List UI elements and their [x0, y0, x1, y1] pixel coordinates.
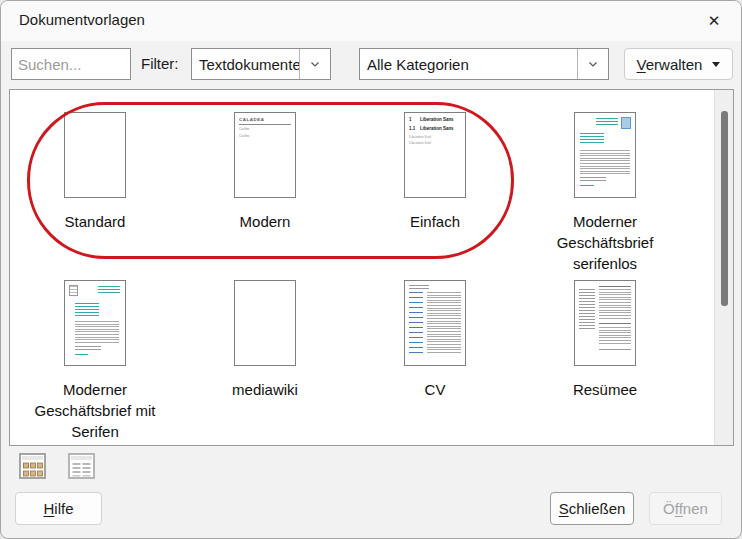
thumb-rule [239, 124, 291, 125]
template-thumbnail [64, 112, 126, 198]
template-name: mediawiki [180, 379, 350, 400]
category-value: Alle Kategorien [360, 56, 577, 73]
template-item-geschaeftsbrief-serifen[interactable]: Moderner Geschäftsbrief mit Serifen [10, 258, 180, 426]
resume-body-lines [599, 289, 631, 319]
letter-address-lines [580, 133, 604, 145]
resume-rule [599, 323, 631, 324]
template-thumbnail: CALADEA Carlito Carlito [234, 112, 296, 198]
template-item-einfach[interactable]: 1 Liberation Sans 1.1 Liberation Sans Li… [350, 90, 520, 258]
thumb-heading-number: 1.1 [409, 126, 415, 131]
document-type-dropdown[interactable]: Textdokumente [191, 48, 331, 80]
document-templates-dialog: Dokumentvorlagen ✕ Filter: Textdokumente… [0, 0, 742, 539]
thumb-heading-number: 1 [409, 117, 411, 122]
template-name: Einfach [350, 211, 520, 232]
toolbar: Filter: Textdokumente Alle Kategorien Ve… [1, 48, 741, 80]
help-button[interactable]: Hilfe [15, 492, 102, 525]
template-name: Resümee [520, 379, 690, 400]
letter-body-lines [580, 150, 630, 174]
template-thumbnail [404, 280, 466, 366]
template-list: Standard CALADEA Carlito Carlito Modern … [9, 89, 734, 446]
close-icon[interactable]: ✕ [697, 7, 731, 35]
letter-header-lines [596, 118, 618, 127]
resume-rule [599, 286, 631, 287]
close-button[interactable]: Schließen [550, 492, 634, 525]
template-item-modern[interactable]: CALADEA Carlito Carlito Modern [180, 90, 350, 258]
resume-rule [599, 349, 631, 350]
template-item-resuemee[interactable]: Resümee [520, 258, 690, 426]
template-thumbnail [64, 280, 126, 366]
template-name: Moderner Geschäftsbrief mit Serifen [10, 379, 180, 442]
letter-signature-line [580, 185, 594, 188]
list-view-icon[interactable] [66, 452, 96, 481]
close-glyph: ✕ [708, 12, 721, 30]
letter-address-lines [75, 303, 99, 316]
template-item-cv[interactable]: CV [350, 258, 520, 426]
template-thumbnail [234, 280, 296, 366]
resume-left-lines [579, 289, 595, 331]
template-name: CV [350, 379, 520, 400]
template-item-mediawiki[interactable]: mediawiki [180, 258, 350, 426]
chevron-down-icon [577, 49, 608, 79]
letter-closing-lines [580, 177, 606, 183]
thumb-heading: Liberation Sans [420, 117, 454, 122]
dropdown-arrow-icon [712, 62, 720, 67]
title-bar: Dokumentvorlagen ✕ [1, 1, 741, 41]
resume-body-lines [599, 327, 631, 345]
help-label: Hilfe [43, 500, 73, 517]
template-grid: Standard CALADEA Carlito Carlito Modern … [10, 90, 690, 426]
scrollbar[interactable] [714, 90, 733, 445]
cv-label-lines [409, 292, 423, 354]
open-button: Öffnen [649, 492, 722, 525]
open-label: Öffnen [663, 500, 708, 517]
template-thumbnail: 1 Liberation Sans 1.1 Liberation Sans Li… [404, 112, 466, 198]
manage-label: Verwalten [637, 56, 703, 73]
template-name: Standard [10, 211, 180, 232]
thumb-line: Carlito [239, 127, 249, 131]
category-dropdown[interactable]: Alle Kategorien [359, 48, 609, 80]
thumb-heading: Liberation Sans [420, 126, 454, 131]
close-label: Schließen [559, 500, 626, 517]
template-name: Modern [180, 211, 350, 232]
scrollbar-thumb[interactable] [721, 111, 728, 306]
letter-closing-lines [75, 346, 101, 352]
thumb-line: Liberation Serif [409, 141, 431, 145]
template-thumbnail [574, 280, 636, 366]
thumb-line: Liberation Serif [409, 135, 431, 139]
template-thumbnail [574, 112, 636, 198]
letter-body-lines [75, 321, 119, 343]
manage-button[interactable]: Verwalten [624, 48, 733, 80]
document-type-value: Textdokumente [192, 56, 299, 73]
cv-title-line [409, 285, 429, 289]
thumbnail-view-icon[interactable] [17, 452, 47, 481]
template-item-geschaeftsbrief-serifenlos[interactable]: Moderner Geschäftsbrief serifenlos [520, 90, 690, 258]
filter-label: Filter: [141, 55, 179, 72]
thumb-heading: CALADEA [239, 117, 268, 122]
letter-logo-icon [621, 117, 631, 129]
template-item-standard[interactable]: Standard [10, 90, 180, 258]
letter-logo-icon [69, 285, 78, 296]
letter-signature-line [75, 354, 88, 357]
thumb-line: Carlito [239, 134, 249, 138]
dialog-title: Dokumentvorlagen [19, 11, 145, 28]
cv-body-lines [427, 292, 461, 354]
letter-header-lines [98, 286, 120, 295]
chevron-down-icon [299, 49, 330, 79]
search-input[interactable] [11, 48, 131, 80]
